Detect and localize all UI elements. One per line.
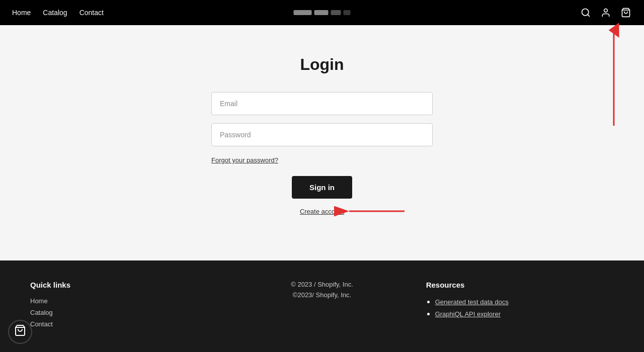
resource-item-1: Generated test data docs (435, 297, 614, 306)
create-account-row: Create account (300, 207, 344, 216)
sign-in-button[interactable]: Sign in (292, 176, 352, 199)
email-form-group (211, 92, 433, 115)
forgot-password-link[interactable]: Forgot your password? (211, 156, 278, 164)
shopify-bag-icon (14, 324, 26, 339)
footer-quick-links: Quick links Home Catalog Contact (30, 281, 218, 332)
login-title: Login (300, 55, 344, 74)
account-icon[interactable] (600, 7, 612, 19)
navbar: Home Catalog Contact (0, 0, 644, 25)
resources-list: Generated test data docs GraphiQL API ex… (426, 297, 614, 318)
nav-home-link[interactable]: Home (12, 9, 31, 17)
svg-line-1 (588, 15, 590, 17)
nav-contact-link[interactable]: Contact (79, 9, 104, 17)
footer-home-link[interactable]: Home (30, 297, 218, 305)
email-input[interactable] (211, 92, 433, 115)
footer-resources: Resources Generated test data docs Graph… (426, 281, 614, 332)
create-account-link[interactable]: Create account (300, 208, 344, 215)
copyright-line2: ©2023/ Shopify, Inc. (228, 291, 416, 299)
nav-logo (294, 10, 351, 15)
resources-heading: Resources (426, 281, 614, 289)
shopify-badge[interactable] (8, 320, 32, 344)
resource-link-1[interactable]: Generated test data docs (435, 298, 509, 306)
nav-right (580, 7, 632, 19)
copyright-line1: © 2023 / Shopify, Inc. (228, 281, 416, 288)
login-form-container: Login Forgot your password? Sign in Crea… (211, 55, 433, 216)
nav-catalog-link[interactable]: Catalog (43, 9, 67, 17)
password-form-group (211, 123, 433, 146)
resource-item-2: GraphiQL API explorer (435, 309, 614, 318)
resource-link-2[interactable]: GraphiQL API explorer (435, 310, 501, 318)
footer-contact-link[interactable]: Contact (30, 320, 218, 328)
search-icon[interactable] (580, 7, 592, 19)
svg-point-2 (604, 9, 608, 13)
nav-left: Home Catalog Contact (12, 9, 104, 17)
quick-links-heading: Quick links (30, 281, 218, 289)
main-content: Login Forgot your password? Sign in Crea… (0, 25, 644, 260)
footer-catalog-link[interactable]: Catalog (30, 309, 218, 316)
password-input[interactable] (211, 123, 433, 146)
footer: Quick links Home Catalog Contact © 2023 … (0, 260, 644, 352)
cart-icon[interactable] (620, 7, 632, 19)
arrow-up-annotation (604, 25, 624, 131)
footer-copyright: © 2023 / Shopify, Inc. ©2023/ Shopify, I… (228, 281, 416, 332)
arrow-right-annotation (344, 204, 410, 219)
